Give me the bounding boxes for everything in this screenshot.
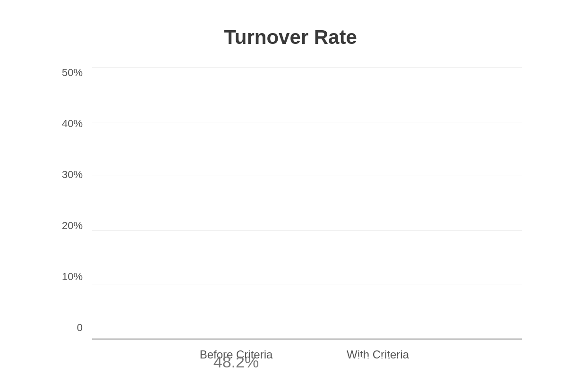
y-label-20: 20% [62, 221, 83, 231]
bar-value-before: 48.2% [213, 353, 259, 371]
x-labels: Before Criteria With Criteria [92, 348, 522, 361]
bar-value-with: 36.9% [355, 353, 400, 371]
chart-plot: 48.2% 36.9% [92, 68, 522, 361]
bars-container: 48.2% 36.9% [92, 68, 522, 339]
x-axis-line [92, 339, 522, 340]
y-label-30: 30% [62, 170, 83, 180]
y-label-10: 10% [62, 272, 83, 282]
chart-container: Turnover Rate 50% 40% 30% 20% 10% 0 [21, 12, 541, 380]
y-label-0: 0 [77, 323, 83, 333]
chart-area: 50% 40% 30% 20% 10% 0 [59, 68, 522, 361]
y-label-50: 50% [62, 68, 83, 78]
y-axis: 50% 40% 30% 20% 10% 0 [59, 68, 92, 361]
grid-and-bars: 48.2% 36.9% [92, 68, 522, 339]
y-label-40: 40% [62, 119, 83, 129]
chart-title: Turnover Rate [224, 26, 357, 49]
